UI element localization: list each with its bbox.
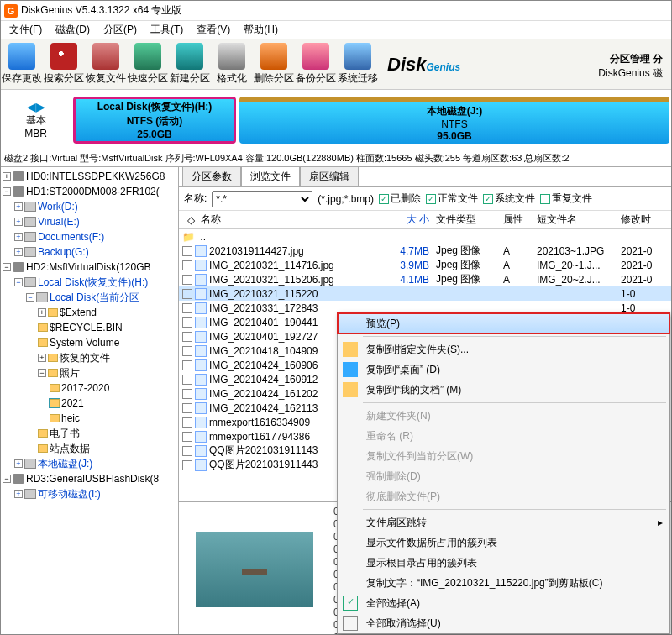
quick-partition-button[interactable]: 快速分区 bbox=[127, 40, 169, 89]
row-cb[interactable] bbox=[182, 246, 192, 256]
row-cb[interactable] bbox=[182, 346, 192, 356]
backup-button[interactable]: 备份分区 bbox=[295, 40, 337, 89]
partition-h[interactable]: Local Disk(恢复文件)(H:) NTFS (活动) 25.0GB bbox=[73, 97, 236, 144]
ctx-showroot[interactable]: 显示根目录占用的簇列表 bbox=[338, 553, 669, 573]
row-cb[interactable] bbox=[182, 303, 192, 313]
title-bar: G DiskGenius V5.4.3.1322 x64 专业版 bbox=[1, 1, 671, 21]
folder-icon bbox=[343, 342, 358, 357]
ctx-cluster[interactable]: 文件扇区跳转▸ bbox=[338, 512, 669, 533]
file-icon bbox=[195, 445, 207, 457]
ctx-unselall[interactable]: 全部取消选择(U) bbox=[338, 613, 669, 633]
row-cb[interactable] bbox=[182, 389, 192, 399]
chk-system[interactable]: ✓系统文件 bbox=[483, 192, 535, 206]
tree-hd2[interactable]: −HD2:MsftVirtualDisk(120GB bbox=[3, 260, 176, 275]
row-cb[interactable] bbox=[182, 375, 192, 385]
file-row[interactable]: 20210319114427.jpg4.7MBJpeg 图像A202103~1.… bbox=[179, 244, 671, 258]
list-header: ◇ 名称 大 小 文件类型 属性 短文件名 修改时 bbox=[179, 211, 671, 229]
tab-sector[interactable]: 扇区编辑 bbox=[300, 167, 359, 186]
menu-partition[interactable]: 分区(P) bbox=[98, 21, 142, 39]
ctx-preview[interactable]: 预览(P) bbox=[338, 313, 669, 333]
docs-icon bbox=[343, 382, 358, 397]
tree-localdisk-h[interactable]: −Local Disk(恢复文件)(H:) bbox=[3, 275, 176, 290]
tree-recover[interactable]: +恢复的文件 bbox=[3, 350, 176, 365]
file-icon bbox=[195, 302, 207, 314]
disk-status: 磁盘2 接口:Virtual 型号:MsftVirtualDisk 序列号:WF… bbox=[1, 150, 671, 167]
ctx-copyto[interactable]: 复制到指定文件夹(S)... bbox=[338, 339, 669, 359]
format-icon bbox=[218, 43, 245, 70]
row-cb[interactable] bbox=[182, 275, 192, 285]
ctx-copydesk[interactable]: 复制到“桌面” (D) bbox=[338, 359, 669, 380]
brand-cn: 分区管理 分DiskGenius 磁 bbox=[598, 49, 663, 81]
tree-photos[interactable]: −照片 bbox=[3, 365, 176, 380]
chk-normal[interactable]: ✓正常文件 bbox=[426, 192, 478, 206]
row-cb[interactable] bbox=[182, 332, 192, 342]
tree-2017[interactable]: 2017-2020 bbox=[3, 380, 176, 396]
file-row[interactable]: IMG_20210321_114716.jpg3.9MBJpeg 图像AIMG_… bbox=[179, 258, 671, 272]
tree-work[interactable]: +Work(D:) bbox=[3, 199, 176, 214]
row-cb[interactable] bbox=[182, 360, 192, 370]
file-row[interactable]: IMG_20210321_1152201-0 bbox=[179, 286, 671, 301]
tree-sysvol[interactable]: System Volume bbox=[3, 335, 176, 350]
tree-site[interactable]: 站点数据 bbox=[3, 441, 176, 456]
file-icon bbox=[195, 274, 207, 286]
tree-localdisk-j[interactable]: +本地磁盘(J:) bbox=[3, 456, 176, 471]
tree-extend[interactable]: +$Extend bbox=[3, 305, 176, 320]
ctx-copytext[interactable]: 复制文字：“IMG_20210321_115220.jpg”到剪贴板(C) bbox=[338, 573, 669, 593]
ctx-selall[interactable]: ✓全部选择(A) bbox=[338, 593, 669, 613]
ctx-copydocs[interactable]: 复制到“我的文档” (M) bbox=[338, 380, 669, 400]
format-button[interactable]: 格式化 bbox=[211, 40, 253, 89]
delete-partition-button[interactable]: 删除分区 bbox=[253, 40, 295, 89]
row-cb[interactable] bbox=[182, 403, 192, 413]
save-button[interactable]: 保存更改 bbox=[1, 40, 43, 89]
partition-j[interactable]: 本地磁盘(J:) NTFS 95.0GB bbox=[239, 97, 669, 144]
chk-repeat[interactable]: 重复文件 bbox=[540, 192, 592, 206]
tab-browse[interactable]: 浏览文件 bbox=[241, 167, 300, 186]
tree-localdisk-cur[interactable]: −Local Disk(当前分区 bbox=[3, 290, 176, 305]
row-cb[interactable] bbox=[182, 289, 192, 299]
migrate-button[interactable]: 系统迁移 bbox=[337, 40, 379, 89]
menu-bar: 文件(F) 磁盘(D) 分区(P) 工具(T) 查看(V) 帮助(H) bbox=[1, 21, 671, 39]
filter-select[interactable]: *.* bbox=[212, 191, 312, 207]
tree-removable[interactable]: +可移动磁盘(I:) bbox=[3, 486, 176, 501]
ctx-showfile[interactable]: 显示文件数据所占用的簇列表 bbox=[338, 533, 669, 553]
tree-ebook[interactable]: 电子书 bbox=[3, 426, 176, 441]
recover-button[interactable]: 恢复文件 bbox=[85, 40, 127, 89]
file-icon bbox=[195, 317, 207, 328]
search-partition-button[interactable]: 搜索分区 bbox=[43, 40, 85, 89]
tree-backup[interactable]: +Backup(G:) bbox=[3, 244, 176, 260]
delete-icon bbox=[260, 43, 287, 70]
row-cb[interactable] bbox=[182, 260, 192, 270]
ctx-forcedel: 强制删除(D) bbox=[338, 466, 669, 486]
chk-deleted[interactable]: ✓已删除 bbox=[379, 192, 421, 206]
menu-tools[interactable]: 工具(T) bbox=[145, 21, 188, 39]
new-partition-button[interactable]: 新建分区 bbox=[169, 40, 211, 89]
desktop-icon bbox=[343, 362, 358, 377]
menu-help[interactable]: 帮助(H) bbox=[239, 21, 283, 39]
file-row[interactable]: IMG_20210321_115206.jpg4.1MBJpeg 图像AIMG_… bbox=[179, 272, 671, 286]
file-icon bbox=[195, 245, 207, 257]
row-cb[interactable] bbox=[182, 432, 192, 442]
up-folder-row[interactable]: 📁 .. bbox=[179, 229, 671, 244]
brand-area: DiskGenius 分区管理 分DiskGenius 磁 bbox=[379, 49, 671, 81]
row-cb[interactable] bbox=[182, 417, 192, 428]
row-cb[interactable] bbox=[182, 460, 192, 470]
menu-disk[interactable]: 磁盘(D) bbox=[50, 21, 95, 39]
tree-virtual[interactable]: +Virual(E:) bbox=[3, 214, 176, 229]
tree-hd0[interactable]: +HD0:INTELSSDPEKKW256G8 bbox=[3, 169, 176, 184]
tree-hd1[interactable]: −HD1:ST2000DM008-2FR102( bbox=[3, 184, 176, 199]
tree-panel: +HD0:INTELSSDPEKKW256G8 −HD1:ST2000DM008… bbox=[1, 167, 179, 635]
tree-rd3[interactable]: −RD3:GeneralUSBFlashDisk(8 bbox=[3, 471, 176, 486]
tree-recycle[interactable]: $RECYCLE.BIN bbox=[3, 320, 176, 335]
tree-2021[interactable]: 2021 bbox=[3, 396, 176, 411]
menu-view[interactable]: 查看(V) bbox=[192, 21, 235, 39]
row-cb[interactable] bbox=[182, 318, 192, 328]
menu-file[interactable]: 文件(F) bbox=[4, 21, 47, 39]
tab-params[interactable]: 分区参数 bbox=[182, 167, 241, 186]
tree-docs[interactable]: +Documents(F:) bbox=[3, 229, 176, 244]
nav-arrows-icon[interactable]: ◀▶ bbox=[27, 100, 45, 113]
tree-heic[interactable]: heic bbox=[3, 411, 176, 426]
ctx-newfolder: 新建文件夹(N) bbox=[338, 406, 669, 426]
tabs: 分区参数 浏览文件 扇区编辑 bbox=[179, 167, 671, 187]
file-icon bbox=[195, 402, 207, 414]
row-cb[interactable] bbox=[182, 446, 192, 456]
